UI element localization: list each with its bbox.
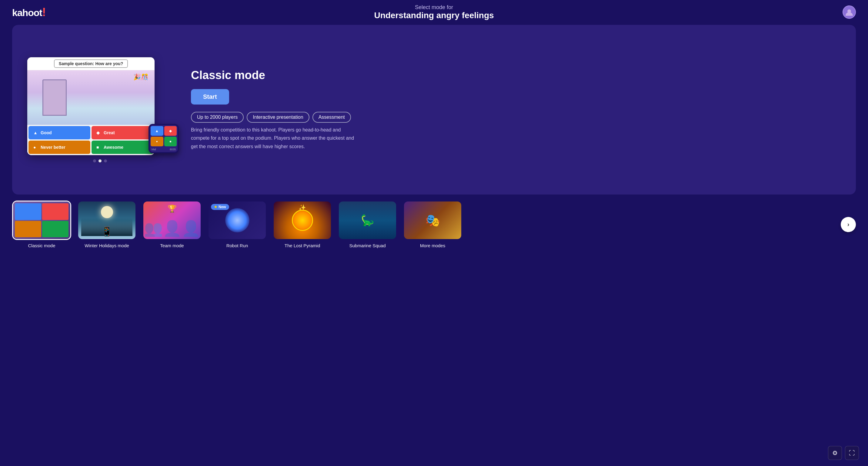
classic-answers-grid — [15, 203, 68, 237]
triangle-icon: ▲ — [33, 130, 38, 135]
square-icon: ■ — [96, 145, 101, 150]
bottom-controls: ⚙ ⛶ — [828, 446, 859, 460]
sparkle-icon: ✨ — [299, 204, 306, 211]
carousel-label-classic: Classic mode — [28, 243, 55, 248]
new-badge-label: New — [218, 205, 226, 209]
carousel-next-button[interactable]: › — [841, 217, 856, 232]
team-trophy-icon: 🏆 — [167, 205, 177, 213]
phone-player-name: Mal — [152, 148, 156, 151]
carousel-thumb-pyramid: ✨ — [273, 200, 332, 240]
tablet-answers: ▲ Good ◆ Great ● Never better ■ Awesome — [27, 125, 155, 155]
carousel-item-team[interactable]: 🏆 👥👤👤 Team mode — [143, 200, 202, 248]
carousel-section: Classic mode 📱 Winter Holidays mode � — [0, 200, 868, 257]
star-icon: ★ — [214, 205, 217, 209]
carousel-label-team: Team mode — [160, 243, 184, 248]
fullscreen-button[interactable]: ⛶ — [845, 446, 859, 460]
thumb-extra-bg: 🎭 — [404, 201, 461, 239]
thumb-winter-bg: 📱 — [78, 201, 135, 239]
logo-text: kahoot! — [12, 6, 46, 19]
phone-btn-green: ■ — [164, 137, 177, 146]
carousel-item-robot[interactable]: ★ New Robot Run — [208, 200, 267, 248]
phone-footer: Mal 8035 — [150, 147, 178, 152]
settings-icon: ⚙ — [832, 449, 838, 457]
carousel-label-submarine: Submarine Squad — [349, 243, 385, 248]
robot-glow — [225, 208, 249, 232]
tag-interactive: Interactive presentation — [247, 112, 309, 123]
carousel-item-winter[interactable]: 📱 Winter Holidays mode — [77, 200, 136, 248]
tablet-scene: 🎉🎊 — [27, 70, 155, 125]
fullscreen-icon: ⛶ — [849, 449, 855, 457]
mode-content: Classic mode Start Up to 2000 players In… — [191, 69, 841, 151]
dot-2[interactable] — [98, 159, 101, 162]
answer-good[interactable]: ▲ Good — [29, 126, 90, 139]
mode-title: Classic mode — [191, 69, 841, 82]
logo-exclaim: ! — [42, 6, 46, 19]
diamond-icon: ◆ — [96, 130, 101, 135]
mode-description: Bring friendly competition to this kahoo… — [191, 126, 354, 151]
carousel-thumb-submarine: 🦕 — [338, 200, 397, 240]
carousel-item-submarine[interactable]: 🦕 Submarine Squad — [338, 200, 397, 248]
answer-label: Never better — [41, 145, 65, 150]
start-button[interactable]: Start — [191, 89, 229, 104]
carousel-thumb-classic — [12, 200, 71, 240]
phone-score: 8035 — [170, 148, 176, 151]
carousel-label-extra: More modes — [420, 243, 445, 248]
carousel-item-pyramid[interactable]: ✨ The Lost Pyramid — [273, 200, 332, 248]
phone-bottom-answers: ● ■ — [150, 137, 178, 147]
phone-btn-yellow: ● — [151, 137, 163, 146]
sample-question-text: Sample question: How are you? — [54, 59, 128, 68]
dot-1[interactable] — [93, 159, 96, 162]
carousel-thumb-team: 🏆 👥👤👤 — [143, 200, 202, 240]
grid-blue — [15, 203, 41, 220]
answer-never-better[interactable]: ● Never better — [29, 141, 90, 154]
carousel-item-extra[interactable]: 🎭 More modes — [403, 200, 462, 248]
carousel-label-winter: Winter Holidays mode — [85, 243, 129, 248]
tag-assessment: Assessment — [312, 112, 351, 123]
team-people-icon: 👥👤👤 — [144, 221, 200, 236]
winter-phone-icon: 📱 — [101, 226, 113, 237]
phone-btn-red: ◆ — [164, 126, 177, 136]
header: kahoot! Select mode for Understanding an… — [0, 0, 868, 22]
grid-yellow — [15, 221, 41, 238]
phone-frame: ▲ ◆ ● ■ Mal 8035 — [149, 124, 179, 153]
carousel-label-pyramid: The Lost Pyramid — [285, 243, 320, 248]
phone-btn-blue: ▲ — [151, 126, 163, 136]
thumb-team-bg: 🏆 👥👤👤 — [143, 201, 200, 239]
carousel-wrapper: Classic mode 📱 Winter Holidays mode � — [12, 200, 856, 248]
carousel-item-classic[interactable]: Classic mode — [12, 200, 71, 248]
circle-icon: ● — [33, 145, 38, 150]
dot-3[interactable] — [104, 159, 107, 162]
tag-players: Up to 2000 players — [191, 112, 244, 123]
carousel-dots — [27, 159, 173, 162]
carousel-items: Classic mode 📱 Winter Holidays mode � — [12, 200, 836, 248]
answer-label: Good — [41, 130, 52, 135]
settings-button[interactable]: ⚙ — [828, 446, 842, 460]
new-badge: ★ New — [211, 204, 229, 210]
thumb-robot-bg: ★ New — [209, 201, 266, 239]
scene-door — [42, 80, 67, 116]
tablet-question: Sample question: How are you? — [27, 57, 155, 70]
carousel-thumb-winter: 📱 — [77, 200, 136, 240]
header-center: Select mode for Understanding angry feel… — [374, 4, 494, 20]
answer-label: Awesome — [104, 145, 123, 150]
grid-red — [42, 203, 68, 220]
pyramid-icon — [292, 210, 313, 231]
winter-moon — [101, 206, 113, 218]
scene-banner: 🎉🎊 — [133, 73, 149, 81]
main-panel: Sample question: How are you? 🎉🎊 ▲ Good … — [12, 25, 856, 194]
grid-green — [42, 221, 68, 238]
logo: kahoot! — [12, 6, 46, 19]
carousel-label-robot: Robot Run — [226, 243, 248, 248]
answer-awesome[interactable]: ■ Awesome — [92, 141, 153, 154]
thumb-submarine-bg: 🦕 — [339, 201, 396, 239]
avatar[interactable] — [842, 5, 856, 19]
extra-icon: 🎭 — [425, 213, 440, 227]
answer-label: Great — [104, 130, 115, 135]
thumb-classic-bg — [13, 201, 70, 239]
select-mode-label: Select mode for — [374, 4, 494, 10]
logo-kahoot: kahoot — [12, 7, 42, 18]
scene-room: 🎉🎊 — [27, 70, 155, 125]
submarine-creature: 🦕 — [361, 214, 374, 227]
answer-great[interactable]: ◆ Great — [92, 126, 153, 139]
phone-inner: ▲ ◆ ● ■ Mal 8035 — [150, 125, 178, 152]
